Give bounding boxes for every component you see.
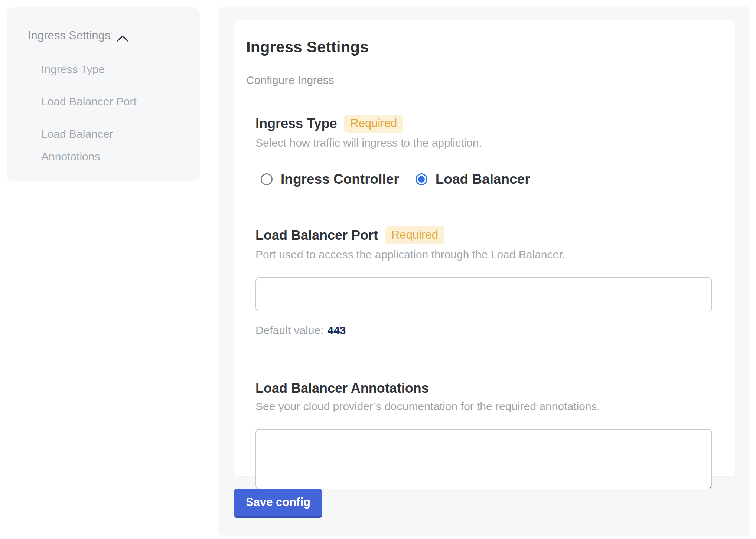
sidebar-group-ingress-settings[interactable]: Ingress Settings (28, 29, 189, 42)
field-load-balancer-port-header: Load Balancer Port Required (255, 226, 712, 244)
sidebar-group-label: Ingress Settings (28, 29, 110, 42)
chevron-up-icon (116, 32, 129, 39)
field-description: Port used to access the application thro… (255, 248, 712, 261)
field-ingress-type-header: Ingress Type Required (255, 115, 712, 133)
sidebar-item-load-balancer-port[interactable]: Load Balancer Port (41, 90, 164, 113)
field-label: Load Balancer Port (255, 228, 378, 243)
save-config-button[interactable]: Save config (234, 489, 322, 518)
field-label: Ingress Type (255, 116, 337, 131)
field-label: Load Balancer Annotations (255, 380, 429, 396)
field-load-balancer-annotations: Load Balancer Annotations See your cloud… (255, 380, 712, 489)
required-badge: Required (344, 115, 403, 133)
field-description: Select how traffic will ingress to the a… (255, 137, 712, 149)
radio-option-label: Load Balancer (436, 172, 530, 187)
default-value-line: Default value:443 (255, 324, 712, 337)
field-description: See your cloud provider’s documentation … (255, 400, 712, 413)
sidebar-item-list: Ingress Type Load Balancer Port Load Bal… (28, 58, 189, 168)
field-ingress-type: Ingress Type Required Select how traffic… (255, 115, 712, 187)
radio-checked-icon[interactable] (416, 173, 427, 185)
sidebar-item-ingress-type[interactable]: Ingress Type (41, 58, 164, 81)
load-balancer-port-input[interactable] (255, 277, 712, 311)
load-balancer-annotations-textarea[interactable] (255, 429, 712, 489)
main-panel: Ingress Settings Configure Ingress Ingre… (218, 6, 750, 536)
default-value-label: Default value: (255, 324, 323, 336)
required-badge: Required (385, 226, 444, 244)
radio-option-ingress-controller[interactable]: Ingress Controller (261, 172, 399, 187)
field-load-balancer-port: Load Balancer Port Required Port used to… (255, 226, 712, 337)
ingress-settings-card: Ingress Settings Configure Ingress Ingre… (234, 20, 735, 476)
radio-option-load-balancer[interactable]: Load Balancer (416, 172, 530, 187)
field-load-balancer-annotations-header: Load Balancer Annotations (255, 380, 712, 396)
default-value: 443 (327, 324, 346, 336)
radio-unchecked-icon[interactable] (261, 173, 273, 185)
page-subtitle: Configure Ingress (246, 74, 723, 86)
sidebar-item-load-balancer-annotations[interactable]: Load Balancer Annotations (41, 122, 164, 168)
radio-option-label: Ingress Controller (281, 172, 399, 187)
ingress-type-options: Ingress Controller Load Balancer (261, 172, 712, 187)
page-title: Ingress Settings (246, 38, 723, 56)
config-nav-sidebar: Ingress Settings Ingress Type Load Balan… (7, 7, 200, 181)
